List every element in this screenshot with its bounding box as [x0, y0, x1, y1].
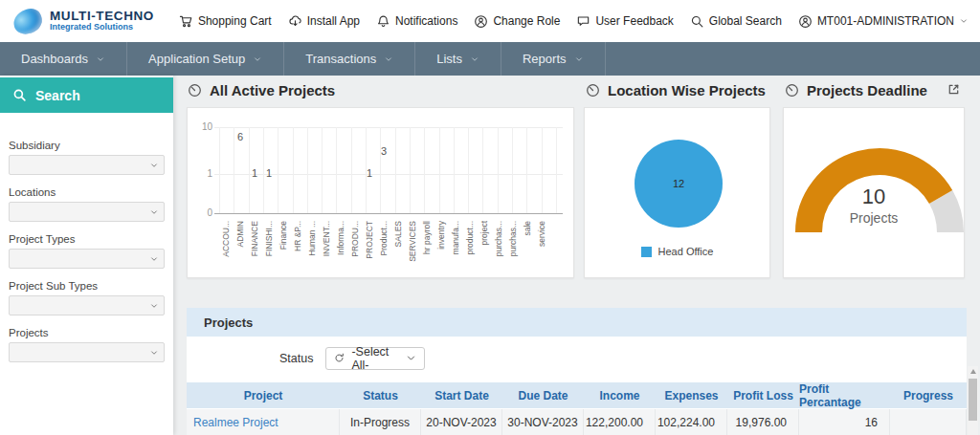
column-header-project[interactable]: Project [187, 382, 340, 408]
column-header-progress[interactable]: Progress [890, 382, 967, 408]
chevron-down-icon [149, 207, 159, 217]
menu-item-shopping-cart[interactable]: Shopping Cart [179, 14, 272, 29]
status-select-value: -Select All- [351, 345, 399, 372]
cell-profit-loss: 19,976.00 [727, 409, 799, 435]
cell-progress [890, 409, 967, 435]
filter-select-projects[interactable] [9, 342, 165, 362]
status-select[interactable]: -Select All- [325, 347, 425, 370]
gridline-vertical [219, 127, 220, 213]
scrollbar-up-button[interactable] [968, 366, 978, 377]
nav-item-application-setup[interactable]: Application Setup [127, 42, 284, 76]
menu-item-change-role[interactable]: Change Role [474, 14, 560, 29]
nav-item-transactions[interactable]: Transactions [284, 42, 415, 76]
cell-expenses: 102,224.00 [656, 409, 727, 435]
x-axis-label: hr payroll [422, 221, 433, 278]
card-title-label: Projects Deadline [807, 82, 927, 98]
gauge-icon [785, 83, 799, 98]
x-axis-label: Human ... [307, 221, 318, 278]
y-axis-tick: 1 [191, 168, 212, 179]
projects-table-body: Realmee ProjectIn-Progress20-NOV-202330-… [187, 409, 967, 435]
gridline-vertical [526, 127, 527, 213]
gridline-vertical [351, 127, 352, 213]
x-axis-label: ADMIN [235, 221, 246, 278]
legend-label: Head Office [658, 246, 714, 257]
x-axis-line [214, 213, 563, 214]
cell-profit-percantage: 16 [799, 409, 890, 435]
gauge-icon [188, 83, 202, 98]
gridline-horizontal [214, 127, 563, 128]
filter-select-subsidiary[interactable] [9, 155, 165, 175]
nav-bar: DashboardsApplication SetupTransactionsL… [0, 42, 980, 76]
bell-icon [376, 14, 390, 29]
nav-item-lists[interactable]: Lists [415, 42, 501, 76]
menu-item-label: User Feedback [595, 14, 673, 28]
gridline-vertical [395, 127, 396, 213]
search-label: Search [35, 88, 80, 103]
chevron-down-icon [253, 54, 262, 64]
filter-group-project-types: Project Types [9, 233, 165, 269]
sidebar: Search SubsidiaryLocationsProject TypesP… [0, 76, 173, 435]
gauge-value: 10 [784, 185, 964, 209]
x-axis-label: service [537, 221, 547, 278]
nav-item-reports[interactable]: Reports [501, 42, 606, 76]
shopping-cart-icon [179, 14, 193, 29]
all-active-projects-chart: 1010ACCOU...ADMIN6FINANCE1FINISHI...1Fin… [187, 107, 574, 278]
x-axis-label: inventry [436, 221, 447, 278]
x-axis-label: ACCOU... [221, 221, 232, 278]
column-header-expenses[interactable]: Expenses [656, 382, 727, 408]
chevron-down-icon [149, 348, 159, 358]
header-menu: Shopping CartInstall AppNotificationsCha… [179, 14, 969, 29]
column-header-due-date[interactable]: Due Date [502, 382, 584, 408]
column-header-profit-percantage[interactable]: Profit Percantage [799, 382, 890, 408]
install-app-icon [288, 14, 302, 29]
sidebar-search-header[interactable]: Search [0, 77, 173, 113]
magnifier-icon [690, 14, 704, 29]
chevron-down-icon [96, 54, 105, 64]
cell-status: In-Progress [340, 409, 421, 435]
pie-legend[interactable]: Head Office [585, 246, 769, 257]
column-header-status[interactable]: Status [340, 382, 421, 408]
person-circle-icon [798, 14, 813, 29]
external-link-icon [947, 82, 961, 97]
table-scrollbar[interactable] [968, 366, 978, 435]
x-axis-label: Finance [278, 221, 289, 278]
status-label: Status [279, 352, 313, 365]
projects-table-header: ProjectStatusStart DateDue DateIncomeExp… [187, 382, 967, 408]
expand-deadline-button[interactable] [947, 82, 961, 97]
search-icon [12, 88, 27, 102]
chevron-down-icon [470, 54, 479, 64]
top-header: MULTI-TECHNO Integrated Solutions Shoppi… [0, 0, 980, 42]
gridline-vertical [482, 127, 483, 213]
x-axis-label: PRODU... [350, 221, 361, 278]
x-axis-label: project [479, 221, 490, 278]
menu-item-label: Global Search [709, 14, 782, 28]
filter-select-locations[interactable] [9, 202, 165, 222]
chevron-down-icon [959, 16, 969, 26]
x-axis-label: SERVICES [408, 221, 418, 278]
column-header-profit-loss[interactable]: Profit Loss [727, 382, 799, 408]
gridline-vertical [424, 127, 425, 213]
feedback-icon [576, 14, 590, 29]
nav-item-dashboards[interactable]: Dashboards [0, 42, 127, 76]
filter-label: Subsidiary [9, 140, 165, 151]
filter-select-project-sub-types[interactable] [9, 295, 165, 315]
menu-item-user-feedback[interactable]: User Feedback [576, 14, 673, 29]
column-header-start-date[interactable]: Start Date [421, 382, 502, 408]
x-axis-label: manufa... [451, 221, 461, 278]
gridline-vertical [293, 127, 294, 213]
x-axis-label: product... [465, 221, 476, 278]
filter-label: Projects [9, 327, 165, 338]
x-axis-label: sale [523, 221, 533, 278]
gridline-vertical [512, 127, 513, 213]
menu-item-account[interactable]: MT001-ADMINISTRATION [798, 14, 969, 29]
cell-project[interactable]: Realmee Project [187, 409, 340, 435]
cell-income: 122,200.00 [584, 409, 656, 435]
scrollbar-thumb[interactable] [969, 379, 977, 421]
menu-item-install-app[interactable]: Install App [288, 14, 360, 29]
logo-text: MULTI-TECHNO Integrated Solutions [50, 10, 154, 33]
menu-item-notifications[interactable]: Notifications [376, 14, 457, 29]
location-wise-pie-chart: 12 Head Office [584, 107, 770, 278]
filter-select-project-types[interactable] [9, 249, 165, 269]
column-header-income[interactable]: Income [584, 382, 656, 408]
menu-item-global-search[interactable]: Global Search [690, 14, 782, 29]
